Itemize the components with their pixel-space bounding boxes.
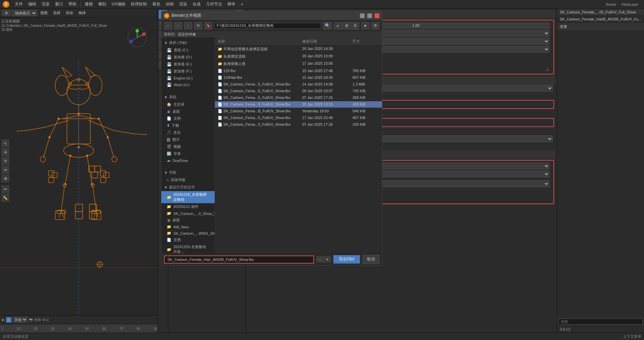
menu-animation[interactable]: 动画 <box>163 1 176 8</box>
options-btn[interactable]: ⚙ <box>371 22 379 30</box>
sys-fonts[interactable]: 🔤 字体 <box>161 150 215 157</box>
menu-window[interactable]: 窗口 <box>52 1 66 8</box>
recent-collapse-icon[interactable]: ▼ <box>164 185 168 189</box>
window-close-btn[interactable] <box>375 13 379 18</box>
volume-d[interactable]: 💾 新加卷 (D:) <box>161 54 215 61</box>
playback-mode-select[interactable]: 回放 <box>13 317 28 323</box>
filename-minus-btn[interactable]: - <box>317 257 323 262</box>
viewport-select-menu[interactable]: 选择 <box>51 10 62 16</box>
recent-item-6[interactable]: 📄 文档 <box>161 236 215 243</box>
view-details-btn[interactable]: ☰ <box>351 22 359 30</box>
menu-file[interactable]: 文件 <box>12 1 25 8</box>
file-row-9[interactable]: 📄 SK_Cartoon_Fema...B_FullUV_Show.fbx Ye… <box>215 108 382 115</box>
viewport-gizmo[interactable] <box>127 27 147 48</box>
drive-icon-f: 💾 <box>167 69 172 74</box>
svg-line-41 <box>89 120 114 130</box>
file-row-10[interactable]: 📄 SK_Cartoon_Fema...5_FullUV_Show.fbx 17… <box>215 115 382 121</box>
volume-h[interactable]: 💾 Work (H:) <box>161 81 215 88</box>
menu-uv[interactable]: UV编辑 <box>109 1 128 8</box>
sys-music[interactable]: 🎵 音乐 <box>161 129 215 136</box>
file-date-0: 20 Jan 2025 14:39 <box>302 47 353 52</box>
svg-point-73 <box>142 33 146 36</box>
recent-item-0[interactable]: 📁 20241218_全骨骼绑定教程 <box>161 191 215 203</box>
add-bookmark-btn[interactable]: + 添加书签 <box>161 176 215 183</box>
menu-edit[interactable]: 编辑 <box>25 1 39 8</box>
sys-onedrive[interactable]: ☁ OneDrive <box>161 157 215 164</box>
file-row-7[interactable]: 📄 SK_Cartoon_Fema...5_FullUV_Show.fbx 07… <box>215 95 382 101</box>
menu-help[interactable]: 帮助 <box>66 1 79 8</box>
nav-refresh-btn[interactable]: ↻ <box>194 22 202 30</box>
export-filename-input[interactable] <box>164 256 314 264</box>
file-row-8[interactable]: 📄 SK_Cartoon_Fema...5_FullUV_Show.fbx 20… <box>215 101 382 108</box>
sys-downloads[interactable]: ⬇ 下载 <box>161 122 215 129</box>
viewport-object-menu[interactable]: 物体 <box>76 10 88 16</box>
viewport-3d[interactable]: 正交前视图 (1) Collection | SK_Cartoon_Female… <box>0 17 157 324</box>
viewport-view-menu[interactable]: 视图 <box>38 10 50 16</box>
frame-indicator[interactable]: 1 <box>6 317 11 323</box>
menu-compositing[interactable]: 合成 <box>190 1 203 8</box>
view-grid-btn[interactable]: ⊞ <box>342 22 351 30</box>
path-input[interactable] <box>214 23 321 29</box>
file-browser-window: B Blender文件视图 ← → ↑ ↻ 🔖 🔍 ≡ ⊞ ☰ ▼ <box>161 11 382 266</box>
menu-render[interactable]: 渲染 <box>39 1 52 8</box>
sys-pictures[interactable]: 🖼 图片 <box>161 136 215 143</box>
path-search-btn[interactable]: 🔍 <box>323 22 332 30</box>
volumes-more[interactable]: ... <box>161 88 215 93</box>
timeline-ruler[interactable]: 1 10 20 30 40 50 60 70 80 90 <box>0 324 157 333</box>
volume-e[interactable]: 💾 新加卷 (E:) <box>161 61 215 68</box>
recent-item-1[interactable]: 📁 20250212-插件 <box>161 203 215 210</box>
menu-scripting[interactable]: 脚本 <box>225 1 238 8</box>
filename-plus-btn[interactable]: + <box>324 257 331 262</box>
mini-search-input[interactable] <box>558 319 643 325</box>
file-row-5[interactable]: 📄 SK_Cartoon_Fema...5_FullUV_Show.fbx 14… <box>215 81 382 88</box>
nav-up-btn[interactable]: ↑ <box>184 22 192 30</box>
sys-desktop[interactable]: 🖥 桌面 <box>161 108 215 115</box>
system-more[interactable]: ... <box>161 164 215 169</box>
recent-item-4[interactable]: 📁 AW_New <box>161 224 215 230</box>
svg-rect-62 <box>95 166 101 172</box>
file-row-11[interactable]: 📄 SK_Cartoon_Fema...3_FullUV_Show.fbx 07… <box>215 121 382 128</box>
file-row-2[interactable]: 📁 标准骨骼人形 17 Jan 2025 15:06 <box>215 60 382 68</box>
recent-item-5[interactable]: 📁 SK_Cartoon_...W001_Show <box>161 230 215 236</box>
recent-item-7[interactable]: 📁 20241203-全骨骼动态骨... <box>161 243 215 253</box>
system-collapse-icon[interactable]: ▼ <box>164 95 168 99</box>
viewport-mode-btn[interactable]: ⊞ <box>2 10 11 16</box>
sys-videos[interactable]: 🎬 视频 <box>161 143 215 150</box>
bookmarks-collapse-icon[interactable]: ▼ <box>164 171 168 175</box>
sys-home[interactable]: 🏠 主目录 <box>161 101 215 108</box>
file-size-7: 268 KiB <box>353 96 379 100</box>
object-mode-select[interactable]: 物体模式 <box>12 10 37 16</box>
recent-item-7-label: 20241203-全骨骼动态骨... <box>173 244 209 253</box>
sys-documents[interactable]: 📄 文档 <box>161 115 215 122</box>
menu-geometry-nodes[interactable]: 几何节点 <box>203 1 225 8</box>
file-row-1[interactable]: 📁 头发绑定流程 20 Jan 2025 10:09 <box>215 53 382 60</box>
file-row-4[interactable]: 📄 123Hair.fbx 15 Jan 2025 18:34 607 KiB <box>215 74 382 81</box>
file-row-6[interactable]: 📄 SK_Cartoon_Fema...5_FullUV_Show.fbx 09… <box>215 88 382 95</box>
svg-point-56 <box>91 183 93 185</box>
window-maximize-btn[interactable] <box>367 13 372 18</box>
menu-shading[interactable]: 着色 <box>150 1 163 8</box>
svg-point-19 <box>69 82 72 85</box>
file-row-0[interactable]: 📁 不带动态骨骼头发绑定流程 20 Jan 2025 14:39 <box>215 46 382 53</box>
volume-c[interactable]: 💾 系统 (C:) <box>161 47 215 54</box>
menu-render2[interactable]: 渲染 <box>176 1 190 8</box>
recent-item-3[interactable]: 🖥 桌面 <box>161 217 215 224</box>
nav-bookmark-btn[interactable]: 🔖 <box>204 22 212 30</box>
volume-f[interactable]: 💾 新加卷 (F:) <box>161 68 215 75</box>
menu-sculpt[interactable]: 雕刻 <box>96 1 109 8</box>
export-fbx-btn[interactable]: 导出FBX <box>333 255 360 264</box>
nav-back-btn[interactable]: ← <box>164 22 172 30</box>
viewport-add-menu[interactable]: 添加 <box>64 10 75 16</box>
volumes-collapse-icon[interactable]: ▼ <box>164 41 168 45</box>
cancel-export-btn[interactable]: 取消 <box>363 255 379 264</box>
volume-g[interactable]: 💾 Engine (G:) <box>161 75 215 81</box>
filter-btn[interactable]: ▼ <box>361 22 369 30</box>
nav-forward-btn[interactable]: → <box>174 22 182 30</box>
menu-plus[interactable]: + <box>238 1 246 7</box>
view-list-btn[interactable]: ≡ <box>334 22 342 30</box>
menu-texture-paint[interactable]: 纹理绘制 <box>128 1 150 8</box>
recent-item-2[interactable]: 📁 SK_Cartoon_...0_Show_Skin <box>161 210 215 217</box>
menu-modeling[interactable]: 建模 <box>82 1 96 8</box>
window-minimize-btn[interactable] <box>360 13 365 18</box>
file-row-3[interactable]: 📄 123.fbx 15 Jan 2025 17:48 785 KiB <box>215 68 382 74</box>
